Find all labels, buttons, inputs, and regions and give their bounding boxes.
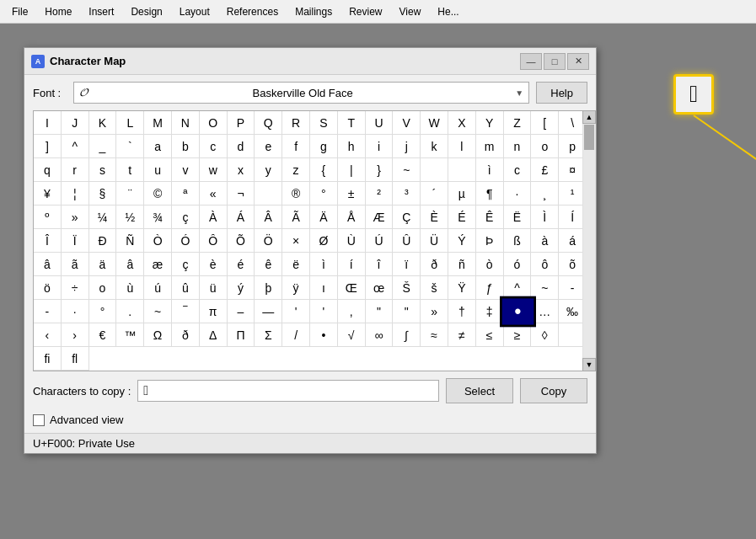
char-cell[interactable]: j (393, 135, 421, 158)
char-cell[interactable]: ¼ (89, 205, 117, 229)
char-cell[interactable]: n (504, 135, 532, 158)
char-cell[interactable]: ñ (448, 253, 476, 276)
char-cell[interactable]: Â (255, 205, 282, 229)
char-cell[interactable]: y (255, 158, 282, 182)
select-button[interactable]: Select (446, 378, 513, 403)
char-cell[interactable]: k (421, 135, 448, 158)
char-cell[interactable]: · (504, 182, 532, 205)
char-cell[interactable]: æ (144, 253, 172, 276)
char-cell[interactable]: l (448, 135, 476, 158)
char-cell[interactable]: z (282, 158, 310, 182)
scroll-up-button[interactable]: ▲ (582, 110, 596, 124)
char-cell[interactable]: ‾ (172, 300, 200, 323)
char-cell[interactable]: d (228, 135, 255, 158)
char-cell[interactable]: Ü (421, 229, 448, 253)
menu-view[interactable]: View (391, 3, 430, 21)
char-cell[interactable]: ­ (255, 182, 282, 205)
char-cell[interactable]: _ (89, 135, 117, 158)
char-cell[interactable]: ‹ (34, 323, 62, 347)
char-cell[interactable]: - (34, 300, 62, 323)
char-cell[interactable]: J (62, 111, 89, 135)
char-cell[interactable]: " (366, 300, 394, 323)
char-cell[interactable]: f (282, 135, 310, 158)
char-cell[interactable]: ≠ (448, 323, 476, 347)
char-cell[interactable]: ¶ (476, 182, 504, 205)
char-cell[interactable]: Ë (504, 205, 532, 229)
char-cell[interactable]: ¨ (116, 182, 144, 205)
char-cell[interactable]: ý (228, 276, 255, 300)
font-dropdown[interactable]: 𝓞 Baskerville Old Face ▼ (73, 82, 529, 104)
char-cell[interactable]: q (34, 158, 62, 182)
menu-references[interactable]: References (218, 3, 287, 21)
char-cell[interactable]: x (228, 158, 255, 182)
char-cell[interactable]: W (421, 111, 448, 135)
char-cell[interactable]: Æ (366, 205, 394, 229)
char-cell[interactable]: m (476, 135, 504, 158)
char-cell[interactable]: ı (310, 276, 338, 300)
char-cell[interactable]: û (172, 276, 200, 300)
char-cell[interactable]: c (200, 135, 228, 158)
char-cell[interactable]: Á (228, 205, 255, 229)
menu-insert[interactable]: Insert (80, 3, 122, 21)
char-cell[interactable]: ð (421, 253, 448, 276)
char-cell[interactable]: ^ (62, 135, 89, 158)
char-cell[interactable]: ~ (393, 158, 421, 182)
char-cell[interactable]: Ÿ (448, 276, 476, 300)
char-cell[interactable]: · (62, 300, 89, 323)
char-cell[interactable]: K (89, 111, 117, 135)
char-cell[interactable]: ] (34, 135, 62, 158)
char-cell[interactable]: / (282, 323, 310, 347)
char-cell[interactable]: Ò (144, 229, 172, 253)
char-cell[interactable]: Ì (531, 205, 559, 229)
char-cell[interactable]: Ï (62, 229, 89, 253)
char-cell[interactable]: › (62, 323, 89, 347)
char-cell[interactable]: Q (255, 111, 282, 135)
char-cell[interactable]: º (34, 205, 62, 229)
char-cell[interactable]: ð (172, 323, 200, 347)
char-cell[interactable]: c (504, 158, 532, 182)
char-cell[interactable]: Σ (255, 323, 282, 347)
char-cell[interactable]: Δ (200, 323, 228, 347)
char-cell[interactable]: U (366, 111, 394, 135)
char-cell[interactable]: ´ (421, 182, 448, 205)
char-cell[interactable]: b (172, 135, 200, 158)
close-button[interactable]: ✕ (567, 53, 589, 70)
char-cell[interactable]: â (34, 253, 62, 276)
char-cell[interactable]: , (338, 300, 366, 323)
char-cell[interactable]: ï (393, 253, 421, 276)
char-cell[interactable]: Ù (338, 229, 366, 253)
char-cell[interactable]: ì (476, 158, 504, 182)
char-cell[interactable]: € (89, 323, 117, 347)
char-cell[interactable]: P (228, 111, 255, 135)
char-cell[interactable]: a (144, 135, 172, 158)
char-cell[interactable]: s (89, 158, 117, 182)
char-cell[interactable]: ° (89, 300, 117, 323)
char-cell[interactable]: h (338, 135, 366, 158)
char-cell[interactable]: – (228, 300, 255, 323)
char-cell[interactable]: Ô (200, 229, 228, 253)
char-cell[interactable]: ò (476, 253, 504, 276)
char-cell[interactable]: ∫ (393, 323, 421, 347)
char-cell[interactable]: ≈ (421, 323, 448, 347)
maximize-button[interactable]: □ (544, 53, 566, 70)
char-cell[interactable]: O (200, 111, 228, 135)
char-cell[interactable]: ¾ (144, 205, 172, 229)
char-cell[interactable]: e (255, 135, 282, 158)
char-cell[interactable]: r (62, 158, 89, 182)
char-cell[interactable]: ∞ (366, 323, 394, 347)
char-cell[interactable]: š (421, 276, 448, 300)
char-cell[interactable]: » (421, 300, 448, 323)
char-cell[interactable]: © (144, 182, 172, 205)
advanced-view-label[interactable]: Advanced view (50, 414, 123, 426)
char-cell[interactable]: ß (504, 229, 532, 253)
char-cell[interactable]: é (228, 253, 255, 276)
menu-layout[interactable]: Layout (171, 3, 218, 21)
char-cell[interactable]: X (448, 111, 476, 135)
char-cell[interactable]: Ý (448, 229, 476, 253)
char-cell[interactable]: Ç (393, 205, 421, 229)
char-cell[interactable]: π (200, 300, 228, 323)
char-cell[interactable]: I (34, 111, 62, 135)
char-cell[interactable]: ' (310, 300, 338, 323)
char-cell[interactable]: fi (34, 347, 62, 371)
char-cell[interactable]: à (531, 229, 559, 253)
